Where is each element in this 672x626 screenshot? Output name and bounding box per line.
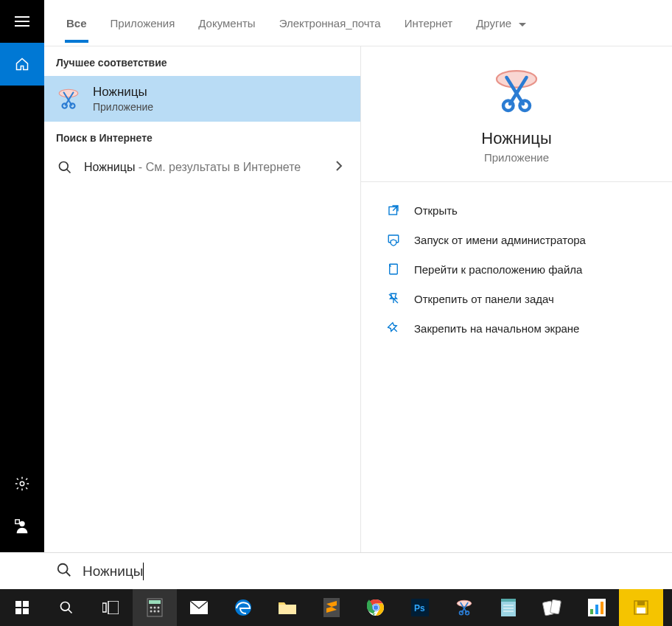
app-subtitle: Приложение	[484, 151, 549, 164]
taskbar-search-button[interactable]	[44, 589, 88, 626]
svg-rect-45	[637, 601, 645, 605]
svg-rect-42	[595, 605, 598, 614]
taskbar-app-edge[interactable]	[221, 589, 265, 626]
cards-icon	[542, 599, 563, 616]
action-label: Открыть	[414, 204, 458, 217]
tab-all[interactable]: Все	[56, 4, 97, 43]
taskbar-app-notepad[interactable]	[486, 589, 531, 626]
section-web: Поиск в Интернете	[44, 122, 360, 151]
snipping-tool-icon	[455, 598, 474, 617]
search-results: Лучшее соответствие Ножницы Приложение П…	[44, 46, 361, 552]
home-icon	[15, 57, 29, 72]
edge-icon	[234, 599, 252, 616]
pin-icon	[386, 321, 401, 335]
taskbar-app-photoshop[interactable]: Ps	[398, 589, 442, 626]
search-filter-tabs: Все Приложения Документы Электронная_поч…	[44, 0, 672, 46]
svg-point-25	[158, 611, 160, 613]
home-button[interactable]	[0, 43, 44, 86]
tab-documents[interactable]: Документы	[188, 4, 265, 43]
chart-icon	[588, 599, 606, 616]
svg-rect-16	[102, 603, 106, 612]
tab-label: Все	[66, 17, 87, 29]
start-button[interactable]	[0, 589, 44, 626]
action-open-location[interactable]: Перейти к расположению файла	[386, 254, 647, 284]
action-run-as-admin[interactable]: Запуск от имени администратора	[386, 225, 647, 254]
svg-rect-28	[279, 605, 296, 614]
action-open[interactable]: Открыть	[386, 195, 647, 225]
svg-point-4	[19, 521, 24, 526]
svg-point-20	[150, 607, 153, 609]
tab-label: Другие	[476, 17, 511, 29]
search-input-value[interactable]: Ножницы	[83, 563, 143, 580]
svg-point-23	[150, 611, 153, 613]
tab-internet[interactable]: Интернет	[394, 4, 463, 43]
action-label: Открепить от панели задач	[414, 293, 554, 305]
tab-apps[interactable]: Приложения	[100, 4, 186, 43]
web-search-item[interactable]: Ножницы - См. результаты в Интернете	[44, 151, 360, 184]
snipping-tool-icon	[56, 86, 81, 111]
section-best-match: Лучшее соответствие	[44, 46, 360, 76]
svg-point-10	[58, 563, 68, 573]
svg-rect-14	[23, 608, 29, 614]
photoshop-icon: Ps	[411, 599, 429, 616]
tab-label: Документы	[198, 17, 255, 29]
notepad-icon	[500, 598, 517, 617]
svg-point-21	[154, 607, 156, 609]
taskbar-app-explorer[interactable]	[265, 589, 309, 626]
task-view-button[interactable]	[88, 589, 133, 626]
person-icon	[14, 518, 30, 535]
tab-label: Приложения	[111, 17, 175, 29]
svg-rect-12	[23, 601, 29, 607]
tab-more[interactable]: Другие	[466, 4, 536, 43]
web-text: Ножницы - См. результаты в Интернете	[84, 159, 325, 175]
taskbar-app-save[interactable]	[619, 589, 663, 626]
svg-rect-13	[15, 608, 21, 614]
result-text: Ножницы Приложение	[93, 85, 153, 113]
search-icon	[56, 562, 72, 581]
save-icon	[633, 599, 649, 616]
action-pin-start[interactable]: Закрепить на начальном экране	[386, 313, 647, 343]
taskbar-app-sublime[interactable]	[309, 589, 354, 626]
hamburger-icon	[15, 16, 29, 27]
svg-rect-17	[108, 601, 119, 614]
settings-button[interactable]	[0, 462, 44, 505]
hamburger-button[interactable]	[0, 0, 44, 43]
taskbar-app-chart[interactable]	[575, 589, 619, 626]
svg-point-3	[20, 481, 24, 486]
sublime-icon	[323, 598, 340, 617]
taskbar-app-calculator[interactable]	[133, 589, 177, 626]
taskbar-app-solitaire[interactable]	[531, 589, 575, 626]
tab-email[interactable]: Электронная_почта	[269, 4, 391, 43]
taskbar-app-snipping-tool[interactable]	[442, 589, 486, 626]
chrome-icon	[367, 599, 385, 616]
app-title: Ножницы	[481, 129, 551, 148]
svg-rect-43	[601, 602, 603, 614]
chevron-down-icon	[519, 17, 526, 29]
task-view-icon	[102, 601, 119, 614]
folder-icon	[386, 262, 401, 277]
result-item-snipping-tool[interactable]: Ножницы Приложение	[44, 76, 360, 122]
taskbar-app-mail[interactable]	[177, 589, 221, 626]
search-input-row: Ножницы	[44, 552, 672, 589]
svg-point-15	[61, 602, 70, 611]
folder-icon	[278, 599, 297, 616]
svg-rect-9	[390, 264, 398, 274]
gear-icon	[14, 476, 30, 492]
taskbar-app-chrome[interactable]	[354, 589, 398, 626]
taskbar: Ps	[0, 589, 672, 626]
app-large-icon	[490, 64, 543, 117]
start-left-rail	[0, 0, 44, 552]
svg-rect-5	[15, 520, 20, 524]
account-button[interactable]	[0, 505, 44, 548]
action-label: Запуск от имени администратора	[414, 234, 586, 246]
svg-rect-46	[637, 608, 645, 613]
result-title: Ножницы	[93, 85, 153, 100]
result-subtitle: Приложение	[93, 101, 153, 113]
text-caret	[143, 563, 144, 580]
action-label: Закрепить на начальном экране	[414, 322, 579, 335]
action-unpin-taskbar[interactable]: Открепить от панели задач	[386, 284, 647, 313]
svg-point-22	[158, 607, 160, 609]
tab-label: Электронная_почта	[279, 17, 381, 29]
svg-rect-39	[550, 599, 561, 614]
chevron-right-icon	[335, 160, 349, 175]
